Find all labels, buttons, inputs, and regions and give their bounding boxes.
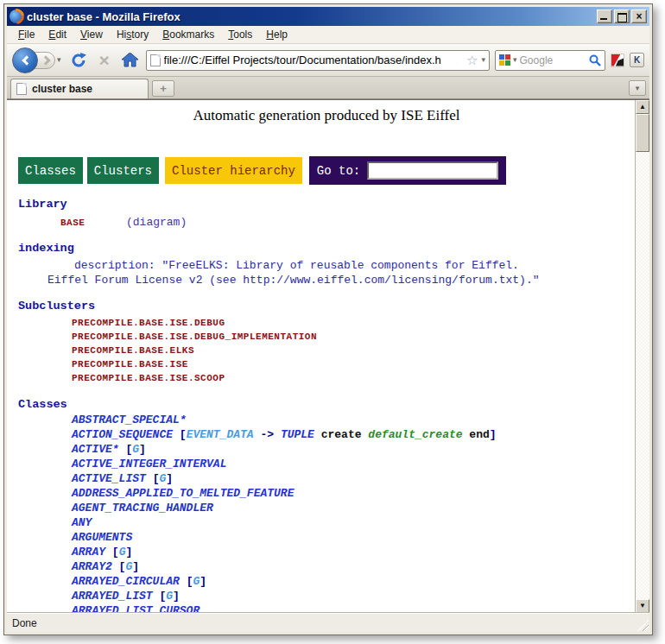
history-dropdown[interactable]: ▾ [55, 54, 63, 66]
library-base-link[interactable]: BASE [60, 218, 126, 228]
subclusters-heading: Subclusters [18, 300, 635, 313]
tab-cluster-base[interactable]: cluster base [10, 79, 149, 98]
goto-label: Go to: [317, 164, 360, 178]
page-title: Automatic generation produced by ISE Eif… [18, 107, 635, 124]
doc-nav-buttons: Classes Clusters Cluster hierarchy Go to… [18, 156, 635, 185]
navigation-toolbar: ▾ × ☆ ▾ ▾ K [7, 44, 649, 77]
goto-input[interactable] [367, 161, 498, 180]
scroll-up-button[interactable]: ▲ [636, 100, 649, 114]
class-link[interactable]: ARRAYED_LIST [72, 590, 153, 603]
code-segment: ] [200, 575, 206, 588]
classes-button[interactable]: Classes [18, 157, 83, 184]
window-title: cluster base - Mozilla Firefox [27, 10, 597, 23]
forward-arrow-icon [41, 55, 50, 65]
code-segment[interactable]: G [132, 443, 139, 456]
class-link[interactable]: ARRAYED_LIST_CURSOR [72, 604, 200, 613]
code-segment: end [469, 428, 489, 441]
stop-button[interactable]: × [94, 50, 115, 71]
subcluster-link[interactable]: PRECOMPILE.BASE.ISE.DEBUG [18, 316, 635, 330]
class-link[interactable]: ABSTRACT_SPECIAL* [72, 414, 187, 426]
clusters-button[interactable]: Clusters [87, 157, 159, 184]
tab-page-icon [16, 83, 27, 95]
classes-heading: Classes [18, 398, 635, 411]
class-list-item: ARRAYED_LIST_CURSOR [18, 603, 635, 613]
class-link[interactable]: ARRAY2 [72, 560, 112, 573]
menu-tools[interactable]: Tools [222, 27, 258, 42]
code-segment: [ [146, 472, 160, 485]
scroll-down-button[interactable]: ▼ [636, 599, 649, 613]
search-engine-dropdown[interactable]: ▾ [513, 56, 517, 64]
back-button[interactable] [12, 47, 38, 73]
menu-view[interactable]: View [74, 27, 109, 42]
class-link[interactable]: ARRAY [72, 546, 105, 559]
class-link[interactable]: TUPLE [281, 428, 314, 441]
scrollbar-thumb[interactable] [636, 114, 649, 152]
kaspersky-icon[interactable] [611, 54, 624, 67]
code-segment: ] [132, 560, 139, 573]
menu-edit[interactable]: Edit [42, 27, 73, 42]
code-segment [314, 428, 321, 441]
stop-icon: × [98, 51, 109, 69]
code-segment[interactable]: EVENT_DATA [187, 428, 254, 441]
scrollbar-track[interactable] [636, 152, 649, 599]
subcluster-link[interactable]: PRECOMPILE.BASE.ELKS [18, 344, 635, 357]
class-link[interactable]: ACTIVE_INTEGER_INTERVAL [72, 458, 226, 470]
subcluster-link[interactable]: PRECOMPILE.BASE.ISE.SCOOP [18, 371, 635, 385]
content-area: Automatic generation produced by ISE Eif… [7, 99, 649, 613]
search-magnifier-icon[interactable] [589, 54, 601, 66]
url-input[interactable] [164, 54, 463, 66]
class-link[interactable]: ACTIVE_LIST [72, 472, 146, 485]
list-all-tabs-button[interactable]: ▾ [629, 80, 646, 96]
subcluster-link[interactable]: PRECOMPILE.BASE.ISE [18, 357, 635, 371]
desktop: cluster base - Mozilla Firefox × File Ed… [0, 0, 665, 644]
menu-bookmarks[interactable]: Bookmarks [156, 27, 220, 42]
class-link[interactable]: ACTION_SEQUENCE [72, 428, 173, 441]
code-segment[interactable]: G [166, 590, 173, 603]
library-diagram-link[interactable]: (diagram) [126, 216, 187, 229]
search-input[interactable] [520, 54, 586, 66]
home-button[interactable] [120, 50, 141, 71]
bookmark-star-icon[interactable]: ☆ [466, 54, 478, 66]
code-segment: [ [180, 575, 193, 588]
class-list-item: ARRAY [G] [18, 545, 635, 559]
menu-help[interactable]: Help [260, 27, 294, 42]
minimize-button[interactable] [597, 9, 612, 23]
address-bar: ☆ ▾ [146, 50, 490, 71]
library-heading: Library [18, 198, 635, 211]
code-segment: ] [173, 590, 180, 603]
code-segment: [ [119, 443, 133, 456]
code-segment[interactable]: default_create [368, 428, 462, 441]
back-arrow-icon [22, 55, 31, 65]
class-link[interactable]: ANY [72, 516, 92, 529]
reload-button[interactable] [68, 50, 89, 71]
class-list-item: ARRAYED_CIRCULAR [G] [18, 574, 635, 589]
class-list-item: ACTION_SEQUENCE [EVENT_DATA -> TUPLE cre… [18, 427, 635, 442]
class-link[interactable]: ARGUMENTS [72, 531, 132, 544]
k-extension-button[interactable]: K [630, 53, 644, 67]
url-dropdown[interactable]: ▾ [481, 56, 485, 64]
google-logo-icon[interactable] [499, 54, 510, 66]
code-segment: ] [139, 443, 146, 456]
close-button[interactable]: × [631, 9, 647, 23]
page-icon [150, 54, 161, 66]
code-segment: ] [166, 472, 173, 485]
maximize-button[interactable] [614, 9, 630, 23]
menu-file[interactable]: File [12, 27, 41, 42]
vertical-scrollbar: ▲ ▼ [635, 100, 649, 613]
menu-history[interactable]: History [111, 27, 155, 42]
class-link[interactable]: ARRAYED_CIRCULAR [72, 575, 180, 588]
code-segment: [ [112, 560, 126, 573]
cluster-hierarchy-button[interactable]: Cluster hierarchy [165, 157, 302, 184]
class-link[interactable]: ADDRESS_APPLIED_TO_MELTED_FEATURE [72, 487, 294, 500]
class-link[interactable]: AGENT_TRACING_HANDLER [72, 502, 213, 515]
new-tab-button[interactable]: + [152, 80, 174, 97]
class-list-item: ACTIVE_INTEGER_INTERVAL [18, 457, 635, 471]
firefox-icon [10, 9, 23, 23]
code-segment: -> [254, 428, 281, 441]
resize-grip[interactable] [637, 620, 649, 631]
class-link[interactable]: ACTIVE* [72, 443, 119, 456]
class-list-item: ACTIVE_LIST [G] [18, 471, 635, 486]
status-bar: Done [7, 613, 649, 632]
code-segment: ] [490, 428, 497, 441]
subcluster-link[interactable]: PRECOMPILE.BASE.ISE.DEBUG_IMPLEMENTATION [18, 330, 635, 344]
